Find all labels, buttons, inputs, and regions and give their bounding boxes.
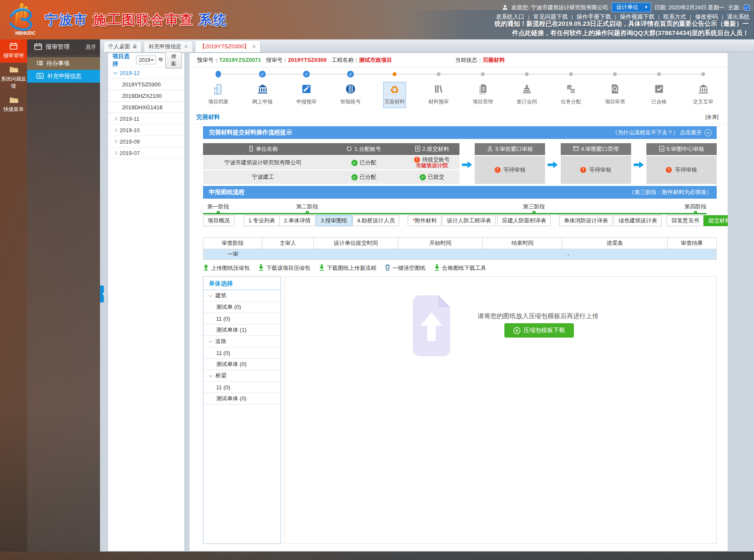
docs-icon: [477, 83, 488, 96]
unit-group-建筑[interactable]: 建筑: [203, 290, 281, 302]
search-button[interactable]: 搜索: [165, 52, 182, 69]
stage-button-6[interactable]: 设计人防工程详表: [442, 215, 495, 226]
toolbar-action-4[interactable]: 合格图纸下载工具: [434, 264, 486, 272]
review-cell-stage: 一审: [203, 249, 262, 259]
review-col-1: 主审人: [262, 238, 314, 249]
workflow-step-5[interactable]: 材料预审: [417, 67, 461, 105]
unit-item-11[interactable]: 11 (0): [203, 347, 281, 359]
flow-banner-help[interactable]: （为什么流程走不下去？） 点击展开: [612, 129, 702, 136]
chevron-down-icon: [209, 293, 212, 297]
flow-col-header-0: 单位名称: [203, 143, 323, 155]
stage-marker-3: [694, 211, 697, 214]
unit-group-桥梁[interactable]: 桥梁: [203, 370, 281, 382]
section-header: 完善材料 [全屏]: [189, 110, 728, 124]
theme-checkbox[interactable]: ✓: [744, 5, 750, 11]
box-status: 等待审核: [504, 166, 526, 174]
stage-button-2[interactable]: 2.单体详情: [279, 215, 315, 226]
date-text: 日期: 2020年2月24日 星期一: [654, 4, 724, 11]
workflow-step-0[interactable]: 项目档案: [196, 67, 240, 105]
submenu-item-0[interactable]: 待办事项: [27, 57, 100, 70]
stage-button-0[interactable]: 项目概况: [203, 215, 234, 226]
step-dot-check: ✓: [303, 71, 310, 78]
template-download-button[interactable]: 压缩包模板下载: [504, 323, 574, 338]
unit-name: 宁波建工: [203, 170, 323, 184]
flow-arrow-icon: [633, 161, 645, 171]
stage-button-7[interactable]: 应建人防面积详表: [497, 215, 551, 226]
tab-close-icon[interactable]: ✕: [252, 44, 256, 50]
toolbar-action-0[interactable]: 上传图纸压缩包: [203, 264, 250, 272]
tree-group-2019-10[interactable]: 2019-10: [108, 125, 184, 136]
unit-item-测试单体[interactable]: 测试单体 (0): [203, 393, 281, 405]
workflow-step-3[interactable]: ✓智能摇号: [328, 67, 373, 105]
unit-item-测试单体[interactable]: 测试单体 (1): [203, 324, 281, 336]
bottom-area: 单体选择 建筑测试单 (0)11 (0)测试单体 (1)道路11 (0)测试单体…: [203, 276, 717, 544]
year-suffix: 年: [158, 56, 163, 64]
stage-button-9[interactable]: 绿色建筑设计表: [614, 215, 662, 226]
project-name: 测试市政项目: [359, 57, 392, 63]
tab-close-icon[interactable]: ✕: [184, 44, 188, 50]
stage-label-1: 第二阶段: [296, 203, 318, 211]
unit-item-11[interactable]: 11 (0): [203, 382, 281, 393]
app-title: 宁波市 施工图联合审查 系统: [45, 11, 228, 29]
tree-item-2019DHXG1416[interactable]: 2019DHXG1416: [108, 102, 184, 113]
workflow-step-2[interactable]: ✓申报预审: [284, 67, 328, 105]
sidebar-item-1[interactable]: 系统问题反馈: [0, 63, 27, 93]
unit-item-测试单体[interactable]: 测试单体 (0): [203, 359, 281, 370]
tree-group-2019-11[interactable]: 2019-11: [108, 113, 184, 125]
panel-collapse-handle[interactable]: [100, 286, 104, 302]
step-dot-pending: [481, 72, 485, 76]
unit-item-测试单[interactable]: 测试单 (0): [203, 302, 281, 313]
fullscreen-button[interactable]: [全屏]: [705, 110, 718, 124]
unit-group-道路[interactable]: 道路: [203, 336, 281, 347]
float-link[interactable]: 悬浮: [86, 44, 96, 51]
unit-item-11[interactable]: 11 (0): [203, 313, 281, 324]
submenu-item-1[interactable]: 补充申报信息: [27, 70, 100, 83]
tab-2[interactable]: 【2019YTSZ0300】✕: [195, 40, 261, 52]
drawing-banner-note: （第三阶段：附件材料为必填项）: [629, 189, 712, 196]
tab-1[interactable]: 补充申报信息✕: [144, 41, 193, 52]
toolbar-action-2[interactable]: 下载图纸上传新流程: [319, 264, 376, 272]
stage-button-10[interactable]: 回复意见书: [667, 215, 704, 226]
tab-0[interactable]: 个人桌面: [103, 41, 142, 52]
year-select[interactable]: 2019: [136, 55, 156, 64]
review-col-5: 进度条: [562, 238, 668, 249]
notice-marquee-line2: 件点此链接，有任何软件上的操作问题咨询QQ大群(378674434)里的系统后台…: [512, 29, 749, 37]
stage-button-3[interactable]: 3.报审图纸: [316, 215, 352, 226]
menu-separator: |: [528, 14, 529, 20]
tree-item-2019YTSZ0300[interactable]: 2019YTSZ0300: [108, 79, 184, 90]
submit-material-button[interactable]: 提交材料: [704, 215, 728, 226]
toolbar-action-3[interactable]: 一键清空图纸: [385, 264, 426, 272]
review-col-0: 审查阶段: [203, 238, 262, 249]
workflow-step-1[interactable]: ✓网上申报: [240, 67, 284, 105]
workflow-step-9[interactable]: 项目审查: [593, 67, 637, 105]
sidebar-item-2[interactable]: 快捷菜单: [0, 93, 27, 116]
sidebar-item-0[interactable]: 报审管理: [0, 39, 27, 63]
flow-col-header-2: 2.提交材料: [404, 143, 459, 155]
arrow-down-icon: [258, 264, 264, 272]
menu-separator: |: [658, 14, 659, 20]
bank-icon: [257, 83, 268, 96]
workflow-step-4[interactable]: ♻完善材料: [373, 67, 417, 105]
stage-button-4[interactable]: 4.勘察设计人员: [353, 215, 400, 226]
tree-group-2019-09[interactable]: 2019-09: [108, 136, 184, 147]
bank-icon: [698, 83, 709, 96]
stage-button-1[interactable]: 1.专业列表: [244, 215, 280, 226]
workflow-step-11[interactable]: 交叉互审: [681, 67, 725, 105]
tree-group-2019-07[interactable]: 2019-07: [108, 147, 184, 159]
stage-label-2: 第三阶段: [523, 203, 545, 211]
tree-group-2019-12[interactable]: 2019-12: [108, 67, 184, 79]
toolbar-action-1[interactable]: 下载该项目压缩包: [258, 264, 310, 272]
role-select[interactable]: 设计单位▼: [612, 3, 651, 12]
tree-item-2019DHZX2100[interactable]: 2019DHZX2100: [108, 90, 184, 102]
workflow-step-8[interactable]: ABC任务分配: [549, 67, 593, 105]
workflow-step-6[interactable]: 项目受理: [461, 67, 505, 105]
project-selection-panel: 项目选择 2019 年 搜索 2019-122019YTSZ03002019DH…: [108, 53, 185, 552]
stage-button-8[interactable]: 单体消防设计详表: [559, 215, 612, 226]
stage-progress-area: 项目概况1.专业列表2.单体详情3.报审图纸4.勘察设计人员*附件材料设计人防工…: [203, 201, 717, 228]
workflow-step-10[interactable]: 已合格: [637, 67, 681, 105]
chevron-right-icon: [114, 128, 117, 132]
stage-button-5[interactable]: *附件材料: [408, 215, 441, 226]
blocks-icon: ABC: [565, 83, 576, 96]
workflow-step-7[interactable]: 签订合同: [505, 67, 549, 105]
expand-chevron-icon[interactable]: [704, 129, 712, 136]
